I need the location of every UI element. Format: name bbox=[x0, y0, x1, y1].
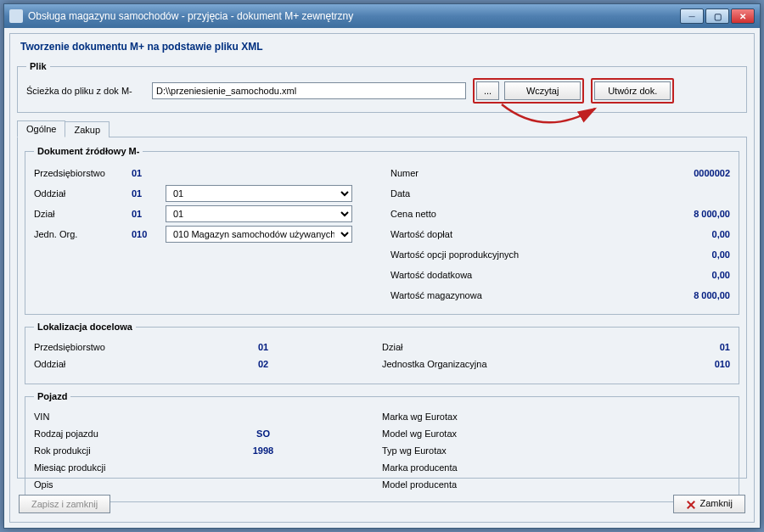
minimize-button[interactable]: ─ bbox=[680, 8, 704, 24]
browse-button[interactable]: ... bbox=[476, 81, 499, 100]
highlight-load-group: ... Wczytaj bbox=[473, 78, 584, 104]
year-label: Rok produkcji bbox=[34, 445, 144, 456]
additional-value: 0,00 bbox=[569, 270, 730, 280]
bottom-bar: Zapisz i zamknij Zamknij bbox=[19, 495, 745, 513]
year-value: 1998 bbox=[144, 445, 382, 456]
dept-select[interactable]: 01 bbox=[166, 205, 352, 222]
org-label: Jedn. Org. bbox=[34, 229, 132, 239]
enterprise-value: 01 bbox=[132, 168, 166, 178]
dept-value: 01 bbox=[132, 209, 166, 219]
file-path-label: Ścieżka do pliku z dok M- bbox=[26, 86, 145, 96]
source-doc-legend: Dokument źródłowy M- bbox=[34, 146, 143, 156]
surcharge-value: 0,00 bbox=[569, 229, 730, 239]
stock-value: 8 000,00 bbox=[569, 290, 730, 300]
branch-value: 01 bbox=[132, 188, 166, 199]
loc-enterprise-label: Przedsiębiorstwo bbox=[34, 342, 144, 352]
marka-prod-label: Marka producenta bbox=[382, 462, 492, 473]
loc-org-label: Jednostka Organizacyjna bbox=[382, 359, 526, 369]
postprod-value: 0,00 bbox=[569, 249, 730, 260]
target-location-group: Lokalizacja docelowa Przedsiębiorstwo 01… bbox=[25, 322, 739, 384]
typ-eurotax-label: Typ wg Eurotax bbox=[382, 445, 492, 456]
model-eurotax-label: Model wg Eurotax bbox=[382, 428, 492, 439]
window-buttons: ─ ▢ ✕ bbox=[680, 8, 755, 24]
tabstrip: Ogólne Zakup bbox=[17, 120, 747, 137]
maximize-button[interactable]: ▢ bbox=[705, 8, 729, 24]
net-value: 8 000,00 bbox=[569, 209, 730, 219]
vehicle-type-label: Rodzaj pojazdu bbox=[34, 428, 144, 439]
net-label: Cena netto bbox=[390, 209, 569, 219]
loc-dept-value: 01 bbox=[492, 342, 730, 352]
client-area: Tworzenie dokumentu M+ na podstawie plik… bbox=[4, 28, 760, 528]
close-icon bbox=[686, 500, 696, 510]
highlight-create: Utwórz dok. bbox=[591, 78, 674, 104]
save-close-button[interactable]: Zapisz i zamknij bbox=[19, 495, 110, 513]
surcharge-label: Wartość dopłat bbox=[390, 229, 569, 239]
vehicle-type-value: SO bbox=[144, 428, 382, 439]
loc-enterprise-value: 01 bbox=[144, 342, 382, 352]
number-label: Numer bbox=[390, 168, 569, 178]
inner-frame: Tworzenie dokumentu M+ na podstawie plik… bbox=[9, 33, 755, 523]
dept-label: Dział bbox=[34, 209, 132, 219]
marka-eurotax-label: Marka wg Eurotax bbox=[382, 412, 492, 422]
postprod-label: Wartość opcji poprodukcyjnych bbox=[390, 249, 569, 260]
loc-branch-label: Oddział bbox=[34, 359, 144, 369]
model-prod-label: Model producenta bbox=[382, 479, 492, 490]
app-icon bbox=[9, 9, 23, 23]
branch-select[interactable]: 01 bbox=[166, 185, 352, 202]
vehicle-legend: Pojazd bbox=[34, 391, 70, 401]
branch-label: Oddział bbox=[34, 188, 132, 199]
create-doc-button[interactable]: Utwórz dok. bbox=[594, 81, 671, 100]
stock-label: Wartość magazynowa bbox=[390, 290, 569, 300]
close-dialog-button[interactable]: Zamknij bbox=[673, 495, 745, 513]
close-button[interactable]: ✕ bbox=[731, 8, 755, 24]
tab-body: Dokument źródłowy M- Przedsiębiorstwo 01… bbox=[17, 137, 747, 479]
loc-branch-value: 02 bbox=[144, 359, 382, 369]
vehicle-group: Pojazd VIN Rodzaj pojazdu SO bbox=[25, 391, 739, 502]
app-window: Obsługa magazynu samochodów - przyjęcia … bbox=[3, 3, 761, 529]
org-value: 010 bbox=[132, 229, 166, 239]
loc-org-value: 010 bbox=[526, 359, 730, 369]
tab-general[interactable]: Ogólne bbox=[17, 120, 65, 137]
file-group: Plik Ścieżka do pliku z dok M- ... Wczyt… bbox=[17, 61, 747, 113]
number-value: 0000002 bbox=[569, 168, 730, 178]
window-title: Obsługa magazynu samochodów - przyjęcia … bbox=[28, 10, 680, 22]
desc-label: Opis bbox=[34, 479, 144, 490]
additional-label: Wartość dodatkowa bbox=[390, 270, 569, 280]
file-legend: Plik bbox=[26, 61, 50, 71]
date-label: Data bbox=[390, 188, 569, 199]
loc-dept-label: Dział bbox=[382, 342, 492, 352]
page-subtitle: Tworzenie dokumentu M+ na podstawie plik… bbox=[17, 39, 747, 58]
close-dialog-label: Zamknij bbox=[699, 498, 733, 508]
tab-purchase[interactable]: Zakup bbox=[65, 121, 110, 137]
target-location-legend: Lokalizacja docelowa bbox=[34, 322, 136, 332]
vin-label: VIN bbox=[34, 412, 144, 422]
load-button[interactable]: Wczytaj bbox=[504, 81, 581, 100]
month-label: Miesiąc produkcji bbox=[34, 462, 144, 473]
enterprise-label: Przedsiębiorstwo bbox=[34, 168, 132, 178]
file-path-input[interactable] bbox=[152, 82, 466, 99]
source-doc-group: Dokument źródłowy M- Przedsiębiorstwo 01… bbox=[25, 146, 739, 315]
org-select[interactable]: 010 Magazyn samochodów używanych Magazy bbox=[166, 226, 352, 243]
titlebar[interactable]: Obsługa magazynu samochodów - przyjęcia … bbox=[4, 4, 760, 28]
